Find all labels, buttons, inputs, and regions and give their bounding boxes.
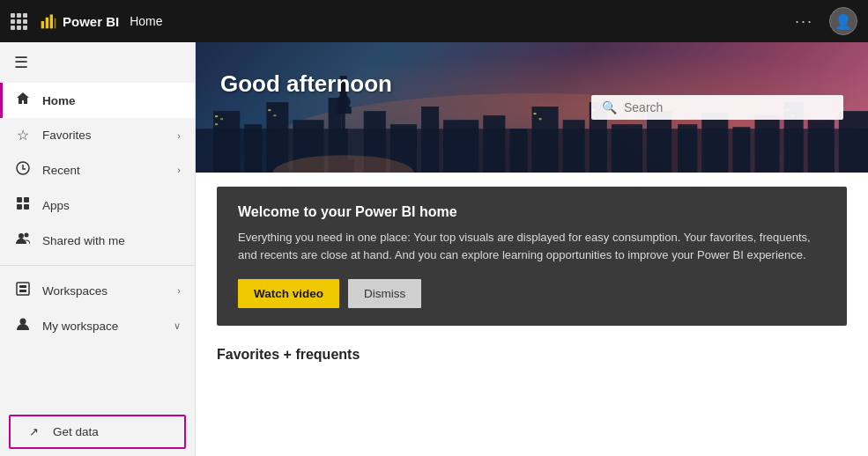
apps-grid-icon[interactable] [11, 13, 27, 30]
chevron-right-icon: › [177, 285, 181, 296]
chevron-right-icon: › [177, 130, 181, 141]
favorites-section: Favorites + frequents [196, 340, 868, 377]
powerbi-logo-icon [40, 12, 57, 30]
home-icon [14, 92, 32, 109]
sidebar-item-favorites[interactable]: ☆ Favorites › [0, 118, 195, 152]
sidebar-item-recent-label: Recent [42, 164, 167, 177]
svg-rect-30 [421, 107, 439, 173]
search-input[interactable] [624, 100, 833, 114]
topbar: Power BI Home ··· 👤 [0, 0, 868, 42]
sidebar: ☰ Home ☆ Favorites › Recent › Apps [0, 42, 196, 456]
search-container[interactable]: 🔍 [591, 95, 843, 120]
workspaces-icon [14, 282, 32, 299]
svg-rect-31 [443, 120, 479, 173]
svg-rect-44 [808, 120, 835, 173]
search-icon: 🔍 [602, 100, 617, 114]
welcome-title: Welcome to your Power BI home [238, 204, 826, 220]
svg-rect-40 [701, 113, 728, 173]
svg-rect-35 [563, 120, 585, 173]
svg-rect-11 [17, 283, 29, 295]
svg-point-10 [25, 233, 29, 238]
svg-rect-19 [266, 102, 288, 173]
svg-rect-52 [539, 118, 542, 120]
svg-rect-42 [754, 115, 779, 173]
svg-rect-2 [50, 15, 53, 29]
chevron-right-icon: › [177, 165, 181, 175]
sidebar-item-shared-label: Shared with me [42, 234, 181, 247]
main-layout: ☰ Home ☆ Favorites › Recent › Apps [0, 42, 868, 456]
svg-rect-12 [19, 285, 26, 288]
svg-rect-5 [17, 197, 22, 202]
svg-rect-39 [678, 124, 697, 173]
sidebar-divider [0, 265, 195, 266]
sidebar-item-myworkspace-label: My workspace [42, 320, 163, 333]
sidebar-item-getdata-label: Get data [53, 425, 170, 438]
svg-rect-51 [534, 113, 537, 114]
svg-rect-41 [732, 127, 750, 173]
sidebar-item-myworkspace[interactable]: My workspace ∨ [0, 308, 195, 343]
page-name: Home [130, 14, 162, 28]
svg-rect-34 [532, 107, 559, 173]
shared-icon [14, 232, 32, 249]
favorites-title: Favorites + frequents [217, 347, 847, 363]
hero-search-box: 🔍 [591, 95, 843, 120]
svg-rect-17 [213, 111, 240, 173]
svg-rect-0 [41, 21, 44, 28]
content-area: Good afternoon 🔍 Welcome to your Power B… [196, 42, 868, 456]
user-avatar[interactable]: 👤 [829, 7, 857, 35]
sidebar-item-recent[interactable]: Recent › [0, 152, 195, 188]
svg-rect-47 [220, 118, 223, 120]
svg-rect-50 [273, 114, 276, 116]
sidebar-bottom: ↗ Get data [0, 408, 195, 456]
watch-video-button[interactable]: Watch video [238, 279, 339, 308]
sidebar-item-getdata[interactable]: ↗ Get data [9, 415, 186, 449]
svg-rect-1 [46, 18, 48, 29]
svg-rect-49 [268, 109, 271, 111]
favorites-icon: ☆ [14, 127, 32, 143]
hero-banner: Good afternoon 🔍 [196, 42, 868, 173]
sidebar-item-workspaces-label: Workspaces [42, 284, 167, 298]
svg-rect-45 [839, 111, 868, 173]
svg-rect-38 [647, 111, 671, 173]
svg-point-9 [19, 233, 24, 239]
svg-rect-48 [215, 123, 218, 125]
svg-rect-8 [24, 204, 29, 210]
svg-rect-46 [215, 115, 218, 117]
dismiss-button[interactable]: Dismiss [348, 279, 421, 308]
sidebar-toggle-button[interactable]: ☰ [0, 42, 195, 83]
svg-rect-33 [509, 129, 527, 173]
svg-point-14 [20, 319, 26, 325]
svg-rect-6 [24, 197, 29, 202]
more-options-button[interactable]: ··· [788, 9, 820, 34]
hero-greeting: Good afternoon [220, 70, 392, 98]
welcome-description: Everything you need in one place: Your t… [238, 229, 826, 263]
svg-rect-32 [483, 115, 505, 173]
svg-rect-7 [17, 204, 22, 210]
welcome-card: Welcome to your Power BI home Everything… [217, 187, 847, 326]
apps-icon [14, 196, 32, 214]
sidebar-item-workspaces[interactable]: Workspaces › [0, 273, 195, 308]
get-data-icon: ↗ [25, 425, 42, 438]
chevron-down-icon: ∨ [174, 320, 181, 332]
svg-rect-18 [244, 124, 262, 173]
app-logo: Power BI [40, 12, 119, 30]
sidebar-item-home[interactable]: Home [0, 83, 195, 118]
sidebar-item-favorites-label: Favorites [42, 129, 167, 142]
sidebar-item-shared[interactable]: Shared with me [0, 223, 195, 258]
sidebar-item-apps-label: Apps [42, 199, 181, 212]
sidebar-item-apps[interactable]: Apps [0, 188, 195, 223]
svg-rect-37 [612, 124, 642, 173]
welcome-actions: Watch video Dismiss [238, 279, 826, 308]
myworkspace-icon [14, 317, 32, 335]
recent-icon [14, 161, 32, 179]
svg-rect-13 [19, 290, 26, 292]
svg-rect-3 [55, 18, 56, 29]
sidebar-item-home-label: Home [42, 94, 181, 107]
app-name: Power BI [63, 14, 119, 29]
